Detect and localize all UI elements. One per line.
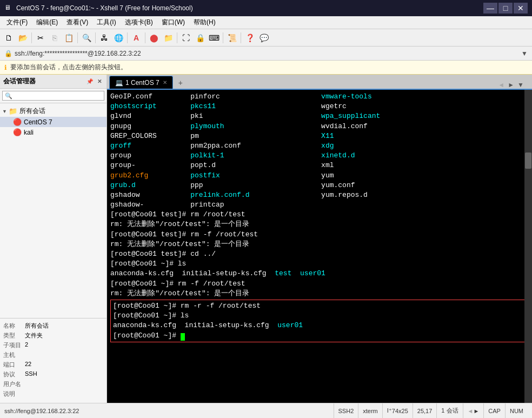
- app-icon: 🖥: [4, 4, 13, 12]
- term-line-4: gnupg plymouth wvdial.conf: [110, 122, 529, 131]
- terminal-scrollbar[interactable]: [524, 90, 532, 403]
- menu-tabs[interactable]: 选项卡(B): [121, 17, 157, 28]
- tab-nav-arrows: ◄ ► ▼: [496, 81, 530, 89]
- menu-window[interactable]: 窗口(W): [157, 17, 189, 28]
- toolbar-new[interactable]: 🗋: [2, 31, 15, 44]
- status-sessions: 1 会话: [437, 403, 463, 418]
- status-protocol: SSH2: [334, 403, 359, 418]
- address-bar: 🔒 ssh://feng:*****************@192.168.2…: [0, 47, 532, 61]
- term-prompt-3: [root@Coo01 test]# cd ../: [110, 249, 529, 259]
- status-address-text: ssh://feng@192.168.22.3:22: [4, 408, 79, 414]
- sidebar-pin[interactable]: 📌: [85, 78, 95, 85]
- term-prompt-ls2: [root@Coo01 ~]# ls: [113, 311, 526, 321]
- prop-port-label: 端口: [3, 361, 25, 369]
- tab-prev-arrow[interactable]: ◄: [496, 81, 506, 89]
- address-dropdown[interactable]: ▼: [521, 50, 528, 57]
- status-num-text: NUM: [510, 408, 523, 414]
- term-prompt-1: [root@Coo01 test]# rm /root/test: [110, 210, 529, 220]
- term-output-3: rm: 无法删除"/root/test": 是一个目录: [110, 289, 529, 298]
- terminal-scrollbar-thumb[interactable]: [525, 152, 531, 169]
- menu-help[interactable]: 帮助(H): [189, 17, 220, 28]
- term-prompt-2: [root@Coo01 test]# rm -f /root/test: [110, 230, 529, 240]
- tab-icon: 💻: [115, 79, 123, 87]
- status-prev-arrow[interactable]: ◄: [468, 408, 474, 414]
- tab-close-btn[interactable]: ✕: [163, 79, 167, 85]
- toolbar-paste[interactable]: 📋: [62, 31, 75, 44]
- terminal-content[interactable]: GeoIP.conf pinforc vmware-tools ghostscr…: [107, 90, 532, 403]
- toolbar-connect[interactable]: 🖧: [98, 31, 111, 44]
- term-line-3: glvnd pki wpa_supplicant: [110, 111, 529, 121]
- status-cap: CAP: [484, 403, 506, 418]
- status-size-text: I⁺: [387, 407, 392, 414]
- toolbar-lock[interactable]: 🔒: [194, 31, 207, 44]
- sidebar-search-area: [0, 89, 107, 103]
- term-ls-output-1: anaconda-ks.cfg initial-setup-ks.cfg tes…: [110, 269, 529, 278]
- session-centos-label: CentOS 7: [24, 118, 52, 126]
- sidebar-search-input[interactable]: [2, 91, 104, 101]
- menu-tools[interactable]: 工具(I): [92, 17, 120, 28]
- term-prompt-4: [root@Coo01 ~]# ls: [110, 259, 529, 269]
- sidebar-close[interactable]: ✕: [96, 78, 103, 85]
- term-line-1: GeoIP.conf pinforc vmware-tools: [110, 92, 529, 102]
- tree-session-kali[interactable]: 🔴 kali: [0, 127, 107, 137]
- prop-name: 名称 所有会话: [3, 322, 103, 330]
- prop-protocol-value: SSH: [25, 370, 37, 379]
- tree-session-centos[interactable]: 🔴 CentOS 7: [0, 117, 107, 127]
- maximize-button[interactable]: □: [498, 3, 513, 14]
- term-output-2: rm: 无法删除"/root/test": 是一个目录: [110, 240, 529, 249]
- tab-add-btn[interactable]: +: [174, 77, 187, 89]
- session-properties: 名称 所有会话 类型 文件夹 子项目 2 主机 端口 22 协议 SSH: [0, 318, 107, 403]
- menu-edit[interactable]: 编辑(E): [32, 17, 62, 28]
- prop-username: 用户名: [3, 380, 103, 388]
- prop-host: 主机: [3, 351, 103, 359]
- status-address: ssh://feng@192.168.22.3:22: [4, 403, 334, 418]
- toolbar-fullscreen[interactable]: ⛶: [179, 31, 192, 44]
- toolbar-keyboard[interactable]: ⌨: [208, 31, 221, 44]
- lock-icon: 🔒: [4, 50, 12, 57]
- toolbar-red-circle[interactable]: ⬤: [148, 31, 161, 44]
- sidebar-header: 会话管理器 📌 ✕: [0, 75, 107, 89]
- toolbar-cut[interactable]: ✂: [34, 31, 47, 44]
- toolbar-help[interactable]: ❓: [243, 31, 256, 44]
- menu-view[interactable]: 查看(V): [62, 17, 92, 28]
- tab-next-arrow[interactable]: ►: [506, 81, 516, 89]
- prop-children-value: 2: [25, 341, 28, 349]
- term-line-10: grub.d ppp yum.conf: [110, 181, 529, 190]
- term-line-11: gshadow prelink.conf.d yum.repos.d: [110, 190, 529, 200]
- toolbar-sftp[interactable]: 📁: [162, 31, 175, 44]
- info-text: 要添加当前会话，点击左侧的箭头按钮。: [10, 63, 127, 72]
- term-line-8: group- popt.d xml: [110, 161, 529, 170]
- prop-host-label: 主机: [3, 351, 25, 359]
- close-button[interactable]: ✕: [514, 3, 528, 14]
- term-prompt-5: [root@Coo01 ~]# rm -f /root/test: [110, 279, 529, 289]
- tree-all-sessions[interactable]: ▼ 📁 所有会话: [0, 105, 107, 117]
- folder-icon: 📁: [9, 107, 17, 115]
- info-icon: ℹ: [4, 64, 7, 71]
- status-next-arrow[interactable]: ►: [473, 408, 479, 414]
- status-nav[interactable]: ◄ ►: [463, 403, 484, 418]
- sidebar-controls: 📌 ✕: [85, 78, 103, 85]
- prop-port: 端口 22: [3, 361, 103, 369]
- server-icon-kali: 🔴: [13, 128, 22, 136]
- tab-menu-arrow[interactable]: ▼: [516, 81, 526, 89]
- status-size-value: 74x25: [392, 408, 408, 414]
- toolbar-script[interactable]: 📜: [225, 31, 238, 44]
- toolbar-font[interactable]: A: [130, 31, 143, 44]
- toolbar-copy[interactable]: ⎘: [48, 31, 61, 44]
- terminal-wrapper: 💻 1 CentOS 7 ✕ + ◄ ► ▼ GeoIP.conf pinfor…: [107, 75, 532, 403]
- status-cap-text: CAP: [488, 408, 501, 414]
- menu-file[interactable]: 文件(F): [2, 17, 32, 28]
- term-line-7: group polkit-1 xinetd.d: [110, 151, 529, 161]
- status-pos-text: 25,17: [417, 408, 433, 414]
- toolbar-comment[interactable]: 💬: [257, 31, 270, 44]
- highlight-section: [root@Coo01 ~]# rm -r -f /root/test [roo…: [110, 300, 529, 342]
- minimize-button[interactable]: —: [483, 3, 497, 14]
- toolbar-search[interactable]: 🔍: [80, 31, 93, 44]
- status-bar: ssh://feng@192.168.22.3:22 SSH2 xterm I⁺…: [0, 403, 532, 418]
- prop-port-value: 22: [25, 361, 31, 369]
- prop-username-label: 用户名: [3, 380, 25, 388]
- toolbar-globe[interactable]: 🌐: [112, 31, 125, 44]
- toolbar-open[interactable]: 📂: [16, 31, 29, 44]
- tab-centos[interactable]: 💻 1 CentOS 7 ✕: [109, 76, 173, 89]
- all-sessions-label: 所有会话: [19, 107, 45, 116]
